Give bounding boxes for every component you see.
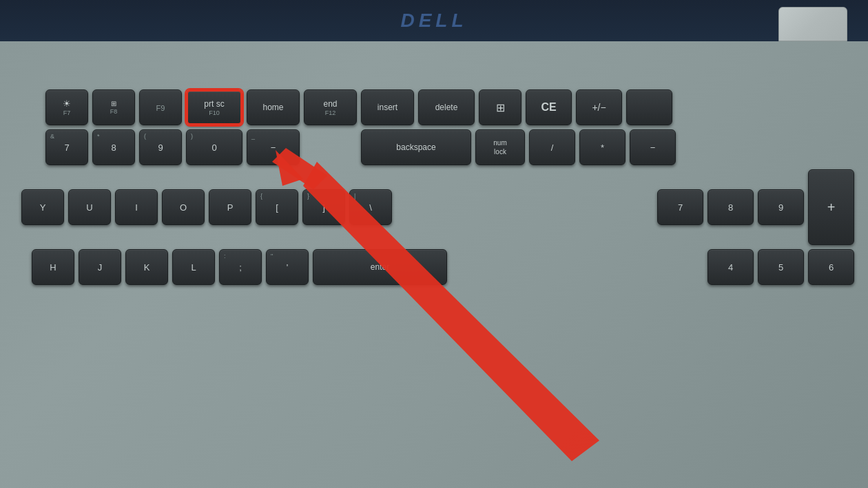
key-open-bracket[interactable]: { [	[256, 189, 298, 225]
key-home[interactable]: home	[247, 89, 300, 125]
key-i[interactable]: I	[115, 189, 158, 225]
key-f9[interactable]: F9	[139, 89, 182, 125]
key-8[interactable]: * 8	[92, 129, 135, 165]
key-f7[interactable]: ☀ F7	[45, 89, 88, 125]
key-numpad-5[interactable]: 5	[758, 249, 804, 285]
key-insert[interactable]: insert	[361, 89, 414, 125]
key-f8[interactable]: ⊞ F8	[92, 89, 135, 125]
key-j[interactable]: J	[79, 249, 121, 285]
key-numpad-6[interactable]: 6	[808, 249, 854, 285]
key-l[interactable]: L	[172, 249, 215, 285]
key-quote[interactable]: " '	[266, 249, 309, 285]
key-enter[interactable]: enter	[313, 249, 447, 285]
key-7[interactable]: & 7	[45, 129, 88, 165]
key-numpad-extra[interactable]	[626, 89, 672, 125]
key-h[interactable]: H	[32, 249, 74, 285]
key-numpad-multiply[interactable]: *	[579, 129, 626, 165]
key-semicolon[interactable]: : ;	[219, 249, 262, 285]
key-minus[interactable]: _ −	[247, 129, 300, 165]
key-numlock[interactable]: numlock	[475, 129, 525, 165]
key-9[interactable]: ( 9	[139, 129, 182, 165]
key-numpad-plus[interactable]: +	[808, 169, 854, 245]
key-prtsc[interactable]: prt sc F10	[186, 89, 242, 125]
key-numpad-7[interactable]: 7	[657, 189, 703, 225]
dell-logo: DELL	[400, 10, 467, 32]
power-button-area[interactable]	[778, 7, 847, 41]
key-plus-minus[interactable]: +/−	[576, 89, 622, 125]
key-close-bracket[interactable]: } ]	[302, 189, 345, 225]
key-numpad-minus[interactable]: −	[630, 129, 676, 165]
key-delete[interactable]: delete	[418, 89, 475, 125]
key-numpad-8[interactable]: 8	[707, 189, 754, 225]
key-calculator[interactable]: ⊞	[479, 89, 521, 125]
key-ce[interactable]: CE	[526, 89, 572, 125]
key-backspace[interactable]: backspace	[361, 129, 471, 165]
key-end[interactable]: end F12	[304, 89, 357, 125]
function-row: ☀ F7 ⊞ F8 F9 prt sc F10	[14, 89, 854, 125]
qwerty-row: Y U I O P { [ }	[14, 169, 854, 245]
top-bar: DELL	[0, 0, 868, 41]
key-0[interactable]: ) 0	[186, 129, 242, 165]
number-row: & 7 * 8 ( 9 ) 0 _ −	[14, 129, 854, 165]
key-k[interactable]: K	[125, 249, 168, 285]
keyboard: ☀ F7 ⊞ F8 F9 prt sc F10	[0, 89, 868, 488]
key-backslash[interactable]: | \	[349, 189, 392, 225]
key-o[interactable]: O	[162, 189, 205, 225]
key-numpad-divide[interactable]: /	[529, 129, 575, 165]
key-p[interactable]: P	[209, 189, 251, 225]
key-numpad-9[interactable]: 9	[758, 189, 804, 225]
key-numpad-4[interactable]: 4	[707, 249, 754, 285]
key-u[interactable]: U	[68, 189, 111, 225]
home-row: H J K L : ; " '	[14, 249, 854, 285]
keyboard-area: ☀ F7 ⊞ F8 F9 prt sc F10	[0, 41, 868, 488]
laptop-body: DELL ☀ F7 ⊞ F8 F	[0, 0, 868, 488]
key-y[interactable]: Y	[21, 189, 64, 225]
